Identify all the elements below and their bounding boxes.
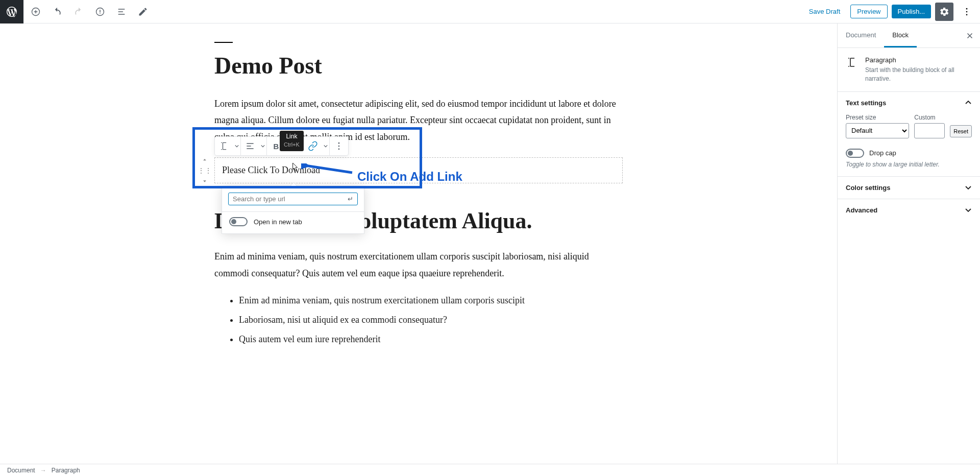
list-block[interactable]: Enim ad minima veniam, quis nostrum exer… xyxy=(214,292,623,348)
text-settings-panel-toggle[interactable]: Text settings xyxy=(838,92,980,114)
title-divider xyxy=(214,42,233,43)
chevron-down-icon xyxy=(965,206,972,213)
svg-point-5 xyxy=(338,142,340,144)
preset-size-select[interactable]: Default xyxy=(846,123,909,138)
edit-button[interactable] xyxy=(134,3,152,21)
chevron-up-icon xyxy=(965,99,972,106)
more-rich-text-button[interactable] xyxy=(330,137,348,155)
change-block-type-dropdown[interactable] xyxy=(233,137,240,155)
block-navigation-button[interactable] xyxy=(112,3,131,21)
move-up-icon[interactable] xyxy=(200,157,209,163)
content-structure-button[interactable] xyxy=(91,3,109,21)
link-tooltip: Link Ctrl+K xyxy=(280,131,304,151)
block-name: Paragraph xyxy=(865,56,972,64)
tooltip-title: Link xyxy=(284,133,300,141)
settings-button[interactable] xyxy=(935,3,953,21)
align-button[interactable] xyxy=(241,137,259,155)
more-options-button[interactable] xyxy=(958,3,976,21)
post-title[interactable]: Demo Post xyxy=(214,52,623,79)
svg-point-2 xyxy=(966,8,968,9)
tab-document[interactable]: Document xyxy=(838,23,884,47)
paragraph-block[interactable]: Enim ad minima veniam, quis nostrum exer… xyxy=(214,248,623,281)
open-in-new-tab-toggle[interactable] xyxy=(229,217,248,226)
color-settings-panel-toggle[interactable]: Color settings xyxy=(838,177,980,199)
custom-size-input[interactable] xyxy=(914,123,945,138)
list-item[interactable]: Enim ad minima veniam, quis nostrum exer… xyxy=(239,292,623,309)
custom-size-label: Custom xyxy=(914,114,945,121)
svg-point-4 xyxy=(966,14,968,15)
breadcrumb-paragraph[interactable]: Paragraph xyxy=(52,467,80,474)
drag-handle-icon[interactable]: ⋮⋮ xyxy=(198,166,212,175)
url-input[interactable] xyxy=(233,195,348,203)
block-description: Start with the building block of all nar… xyxy=(865,66,972,83)
selected-block-wrapper: Link Ctrl+K xyxy=(214,157,623,183)
reset-size-button[interactable]: Reset xyxy=(950,125,972,137)
publish-button[interactable]: Publish... xyxy=(892,5,931,18)
drop-cap-toggle[interactable] xyxy=(846,149,864,158)
block-mover[interactable]: ⋮⋮ xyxy=(197,157,212,183)
top-toolbar: Save Draft Preview Publish... xyxy=(0,0,980,23)
save-draft-button[interactable]: Save Draft xyxy=(803,5,846,18)
move-down-icon[interactable] xyxy=(200,178,209,184)
svg-point-3 xyxy=(966,11,968,12)
color-settings-label: Color settings xyxy=(846,184,890,192)
svg-point-6 xyxy=(338,146,340,147)
link-button[interactable] xyxy=(304,137,322,155)
drop-cap-label: Drop cap xyxy=(869,149,896,157)
tab-block[interactable]: Block xyxy=(884,23,917,47)
change-block-type-button[interactable] xyxy=(215,137,233,155)
breadcrumb: Document → Paragraph xyxy=(0,464,980,476)
preset-size-label: Preset size xyxy=(846,114,909,121)
submit-link-button[interactable]: ↵ xyxy=(348,195,353,203)
redo-button[interactable] xyxy=(69,3,88,21)
close-sidebar-button[interactable] xyxy=(960,26,980,46)
tooltip-shortcut: Ctrl+K xyxy=(284,141,300,148)
block-info: Paragraph Start with the building block … xyxy=(838,48,980,91)
wordpress-logo[interactable] xyxy=(0,0,23,23)
chevron-down-icon xyxy=(965,184,972,191)
editor-canvas[interactable]: Demo Post Lorem ipsum dolor sit amet, co… xyxy=(0,23,837,464)
drop-cap-hint: Toggle to show a large initial letter. xyxy=(846,161,972,168)
align-dropdown[interactable] xyxy=(259,137,266,155)
advanced-label: Advanced xyxy=(846,206,877,214)
link-dropdown[interactable] xyxy=(322,137,329,155)
selected-paragraph-block[interactable]: Please Click To Download xyxy=(214,157,623,183)
open-in-new-tab-label: Open in new tab xyxy=(254,218,302,226)
breadcrumb-document[interactable]: Document xyxy=(7,467,35,474)
breadcrumb-separator: → xyxy=(40,467,46,474)
paragraph-icon xyxy=(846,56,858,68)
list-item[interactable]: Quis autem vel eum iure reprehenderit xyxy=(239,330,623,348)
settings-sidebar: Document Block Paragraph Start with the … xyxy=(837,23,980,464)
undo-button[interactable] xyxy=(48,3,66,21)
text-settings-label: Text settings xyxy=(846,99,886,107)
link-popover: ↵ Open in new tab xyxy=(222,186,364,234)
preview-button[interactable]: Preview xyxy=(850,5,887,18)
advanced-panel-toggle[interactable]: Advanced xyxy=(838,199,980,221)
list-item[interactable]: Laboriosam, nisi ut aliquid ex ea commod… xyxy=(239,311,623,328)
add-block-button[interactable] xyxy=(27,3,45,21)
svg-point-7 xyxy=(338,149,340,150)
